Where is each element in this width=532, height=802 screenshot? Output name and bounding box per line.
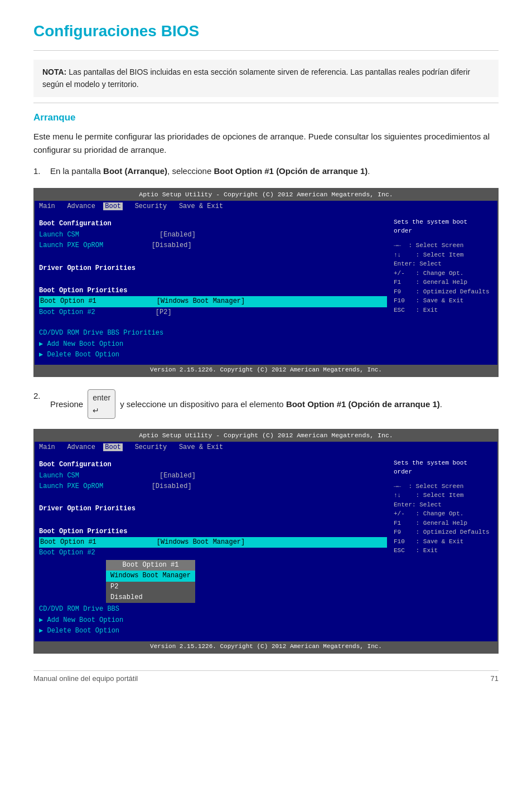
title-divider: [33, 50, 499, 51]
bios-right-1: Sets the system bootorder →← : Select Sc…: [391, 215, 497, 365]
bios-menu-security-1: Security: [135, 202, 175, 210]
step-2: 2. Presione enter↵ y seleccione un dispo…: [33, 389, 499, 419]
bios-nav-2: →← : Select Screen ↑↓ : Select Item Ente…: [394, 482, 493, 555]
bios-delete-boot-2: ▶ Delete Boot Option: [39, 626, 387, 636]
page-title: Configuraciones BIOS: [33, 22, 499, 40]
section-body: Este menu le permite configurar las prio…: [33, 130, 499, 157]
bios-dropdown-2: Boot Option #1 Windows Boot Manager P2 D…: [106, 560, 195, 603]
bios-help-1: Sets the system bootorder: [394, 218, 493, 235]
bios-menu-advance-1: Advance: [67, 202, 103, 210]
bios-left-2: Boot Configuration Launch CSM [Enabled] …: [35, 456, 391, 641]
bios-right-2: Sets the system bootorder →← : Select Sc…: [391, 456, 497, 641]
bios-dropdown-item-wbm: Windows Boot Manager: [106, 571, 195, 581]
step-2-bold: Boot Option #1 (Opción de arranque 1): [286, 399, 440, 409]
bios-boot-opt2-1: Boot Option #2 [P2]: [39, 307, 387, 318]
bios-body-2: Boot Configuration Launch CSM [Enabled] …: [35, 453, 497, 641]
bios-menubar-2: Main Advance Boot Security Save & Exit: [35, 442, 497, 453]
bios-cd-dvd-1: CD/DVD ROM Drive BBS Priorities: [39, 328, 387, 339]
step-1: 1. En la pantalla Boot (Arranque), selec…: [33, 165, 499, 178]
nota-text: Las pantallas del BIOS incluidas en esta…: [42, 67, 470, 89]
bios-launch-csm-2: Launch CSM [Enabled]: [39, 471, 387, 481]
bios-dropdown-item-p2: P2: [106, 582, 195, 592]
bios-menu-advance-2: Advance: [67, 443, 103, 451]
bios-menubar-1: Main Advance Boot Security Save & Exit: [35, 201, 497, 212]
bios-boot-opt1-2: Boot Option #1 [Windows Boot Manager]: [39, 537, 387, 548]
bios-menu-main-1: Main: [39, 202, 63, 210]
section-title: Arranque: [33, 112, 499, 123]
bios-menu-boot-2: Boot: [103, 443, 123, 451]
bios-titlebar-2: Aptio Setup Utility - Copyright (C) 2012…: [35, 430, 497, 442]
bios-boot-priorities-1: Boot Option Priorities: [39, 286, 387, 296]
nota-divider: [33, 103, 499, 103]
bios-footer-2: Version 2.15.1226. Copyright (C) 2012 Am…: [35, 641, 497, 653]
nota-box: NOTA: Las pantallas del BIOS incluidas e…: [33, 60, 499, 97]
page-footer: Manual online del equipo portátil 71: [33, 670, 499, 683]
bios-screen-1: Aptio Setup Utility - Copyright (C) 2012…: [33, 188, 499, 377]
enter-key: enter↵: [88, 389, 115, 419]
bios-menu-saveexit-1: Save & Exit: [179, 202, 223, 210]
bios-menu-saveexit-2: Save & Exit: [179, 443, 223, 451]
step-2-text: Presione enter↵ y seleccione un disposit…: [50, 389, 499, 419]
step-1-bold1: Boot (Arranque): [103, 166, 167, 176]
nota-label: NOTA:: [42, 67, 66, 76]
bios-help-2: Sets the system bootorder: [394, 459, 493, 476]
step-1-bold2: Boot Option #1 (Opción de arranque 1): [214, 166, 367, 176]
bios-boot-opt1-1: Boot Option #1 [Windows Boot Manager]: [39, 296, 387, 307]
step-1-num: 1.: [33, 165, 50, 178]
bios-driver-priorities-1: Driver Option Priorities: [39, 264, 387, 273]
bios-footer-1: Version 2.15.1226. Copyright (C) 2012 Am…: [35, 365, 497, 376]
bios-menu-security-2: Security: [135, 443, 175, 451]
bios-menu-boot-1: Boot: [103, 202, 123, 210]
bios-screen-2: Aptio Setup Utility - Copyright (C) 2012…: [33, 429, 499, 653]
bios-boot-config-1: Boot Configuration: [39, 219, 387, 229]
bios-boot-priorities-2: Boot Option Priorities: [39, 527, 387, 537]
step-1-text: En la pantalla Boot (Arranque), seleccio…: [50, 165, 499, 178]
step-2-num: 2.: [33, 389, 50, 403]
bios-boot-opt2-2: Boot Option #2: [39, 548, 387, 558]
bios-dropdown-title-2: Boot Option #1: [106, 560, 195, 571]
bios-add-boot-2: ▶ Add New Boot Option: [39, 615, 387, 626]
bios-delete-boot-1: ▶ Delete Boot Option: [39, 350, 387, 360]
bios-launch-pxe-1: Launch PXE OpROM [Disabled]: [39, 240, 387, 251]
bios-cd-dvd-2: CD/DVD ROM Drive BBS: [39, 604, 387, 615]
bios-nav-1: →← : Select Screen ↑↓ : Select Item Ente…: [394, 241, 493, 315]
bios-left-1: Boot Configuration Launch CSM [Enabled] …: [35, 215, 391, 365]
footer-left: Manual online del equipo portátil: [33, 674, 138, 683]
bios-body-1: Boot Configuration Launch CSM [Enabled] …: [35, 212, 497, 365]
bios-menu-main-2: Main: [39, 443, 63, 451]
bios-boot-config-2: Boot Configuration: [39, 460, 387, 470]
bios-titlebar-1: Aptio Setup Utility - Copyright (C) 2012…: [35, 189, 497, 201]
bios-driver-priorities-2: Driver Option Priorities: [39, 504, 387, 514]
bios-launch-csm-1: Launch CSM [Enabled]: [39, 230, 387, 240]
bios-add-boot-1: ▶ Add New Boot Option: [39, 339, 387, 350]
footer-right: 71: [491, 674, 499, 683]
bios-dropdown-item-disabled: Disabled: [106, 592, 195, 603]
bios-launch-pxe-2: Launch PXE OpROM [Disabled]: [39, 481, 387, 492]
